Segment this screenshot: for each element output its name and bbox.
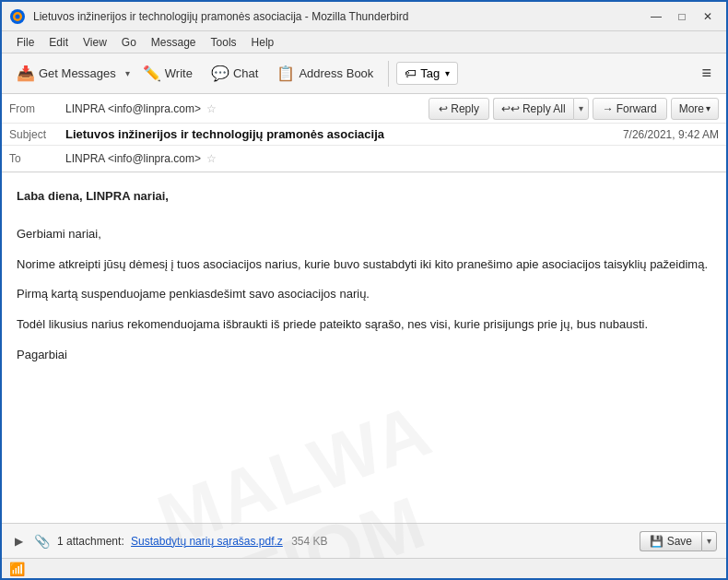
attachment-filename[interactable]: Sustabdytų narių sąrašas.pdf.z <box>131 535 283 548</box>
menu-file[interactable]: File <box>9 34 41 51</box>
save-label: Save <box>667 535 692 548</box>
email-greeting: Laba diena, LINPRA nariai, <box>17 187 711 207</box>
attachment-size: 354 KB <box>291 535 327 548</box>
email-paragraph-4: Pagarbiai <box>17 346 711 365</box>
address-book-button[interactable]: 📋 Address Book <box>269 61 381 86</box>
reply-label: Reply <box>451 102 479 115</box>
action-buttons: ↩ Reply ↩↩ Reply All ▾ → Forward More ▾ <box>429 98 719 120</box>
menu-view[interactable]: View <box>76 34 114 51</box>
save-dropdown-button[interactable]: ▾ <box>701 531 717 551</box>
connection-icon: 📶 <box>9 562 25 576</box>
menu-edit[interactable]: Edit <box>41 34 76 51</box>
email-body[interactable]: Laba diena, LINPRA nariai, Gerbiami nari… <box>2 172 726 523</box>
reply-all-button[interactable]: ↩↩ Reply All <box>493 98 573 120</box>
save-icon: 💾 <box>650 535 663 548</box>
from-row: From LINPRA <info@linpra.com> ☆ ↩ Reply … <box>2 94 726 124</box>
attachment-label: 1 attachment: <box>57 535 124 548</box>
get-messages-chevron[interactable]: ▾ <box>123 65 132 82</box>
close-button[interactable]: ✕ <box>697 7 719 26</box>
more-chevron-icon: ▾ <box>706 103 710 113</box>
reply-all-icon: ↩↩ <box>501 102 520 115</box>
email-paragraph-1: Norime atkreipti jūsų dėmesį į tuos asoc… <box>17 255 711 275</box>
attachment-info: 1 attachment: Sustabdytų narių sąrašas.p… <box>57 535 328 548</box>
to-row: To LINPRA <info@linpra.com> ☆ <box>2 146 726 172</box>
to-value: LINPRA <info@linpra.com> <box>65 152 201 165</box>
more-label: More <box>679 102 704 115</box>
menu-help[interactable]: Help <box>244 34 282 51</box>
hamburger-menu-button[interactable]: ≡ <box>694 60 719 87</box>
get-messages-label: Get Messages <box>39 66 116 80</box>
menu-go[interactable]: Go <box>114 34 144 51</box>
minimize-button[interactable]: — <box>645 7 667 26</box>
email-paragraph-3: Todėl likusius narius rekomenduojama išb… <box>17 315 711 335</box>
get-messages-button[interactable]: 📥 Get Messages <box>9 61 123 86</box>
chat-icon: 💬 <box>211 65 229 82</box>
address-book-label: Address Book <box>299 66 373 80</box>
svg-point-2 <box>16 14 20 18</box>
forward-button[interactable]: → Forward <box>593 98 667 120</box>
main-toolbar: 📥 Get Messages ▾ ✏️ Write 💬 Chat 📋 Addre… <box>2 53 726 94</box>
reply-all-dropdown[interactable]: ▾ <box>573 98 589 120</box>
write-icon: ✏️ <box>143 65 161 82</box>
chat-button[interactable]: 💬 Chat <box>204 61 265 86</box>
subject-row: Subject Lietuvos inžinerijos ir technolo… <box>2 124 726 146</box>
menubar: File Edit View Go Message Tools Help <box>2 31 726 53</box>
chat-label: Chat <box>233 66 258 80</box>
from-label: From <box>9 102 60 115</box>
to-star-icon[interactable]: ☆ <box>206 152 217 165</box>
email-date: 7/26/2021, 9:42 AM <box>623 128 719 141</box>
save-button-group: 💾 Save ▾ <box>640 531 717 551</box>
address-book-icon: 📋 <box>276 65 295 82</box>
tag-label: Tag <box>420 66 440 80</box>
save-button[interactable]: 💾 Save <box>640 531 701 551</box>
get-messages-group: 📥 Get Messages ▾ <box>9 61 132 86</box>
subject-label: Subject <box>9 128 60 141</box>
email-paragraph-0: Gerbiami nariai, <box>17 225 711 244</box>
to-label: To <box>9 152 60 165</box>
email-content-area: MALWARTIOM Laba diena, LINPRA nariai, Ge… <box>2 172 726 558</box>
attachment-clip-icon: 📎 <box>34 534 50 549</box>
menu-message[interactable]: Message <box>144 34 204 51</box>
reply-button[interactable]: ↩ Reply <box>429 98 489 120</box>
write-label: Write <box>165 66 193 80</box>
forward-label: Forward <box>616 102 657 115</box>
subject-text: Lietuvos inžinerijos ir technologijų pra… <box>65 127 623 141</box>
reply-icon: ↩ <box>439 102 448 115</box>
attachment-expand-button[interactable]: ▶ <box>11 533 27 550</box>
maximize-button[interactable]: □ <box>671 7 693 26</box>
from-value: LINPRA <info@linpra.com> <box>65 102 201 115</box>
toolbar-separator <box>388 61 389 87</box>
forward-icon: → <box>603 102 614 115</box>
write-button[interactable]: ✏️ Write <box>135 61 200 86</box>
reply-all-label: Reply All <box>523 102 566 115</box>
menu-tools[interactable]: Tools <box>204 34 244 51</box>
more-button[interactable]: More ▾ <box>671 98 719 120</box>
titlebar: Lietuvos inžinerijos ir technologijų pra… <box>2 2 726 31</box>
app-icon <box>9 8 26 25</box>
email-header: From LINPRA <info@linpra.com> ☆ ↩ Reply … <box>2 94 726 172</box>
reply-all-group: ↩↩ Reply All ▾ <box>493 98 589 120</box>
tag-chevron: ▾ <box>445 68 450 78</box>
from-star-icon[interactable]: ☆ <box>206 102 217 115</box>
get-messages-icon: 📥 <box>17 65 35 82</box>
tag-icon: 🏷 <box>405 66 417 80</box>
tag-button[interactable]: 🏷 Tag ▾ <box>396 62 458 85</box>
statusbar: 📶 <box>2 558 726 578</box>
window-controls: — □ ✕ <box>645 7 719 26</box>
attachment-bar: ▶ 📎 1 attachment: Sustabdytų narių sąraš… <box>2 523 726 558</box>
email-paragraph-2: Pirmą kartą suspenduojame penkiasdešimt … <box>17 285 711 304</box>
window-title: Lietuvos inžinerijos ir technologijų pra… <box>33 10 645 23</box>
